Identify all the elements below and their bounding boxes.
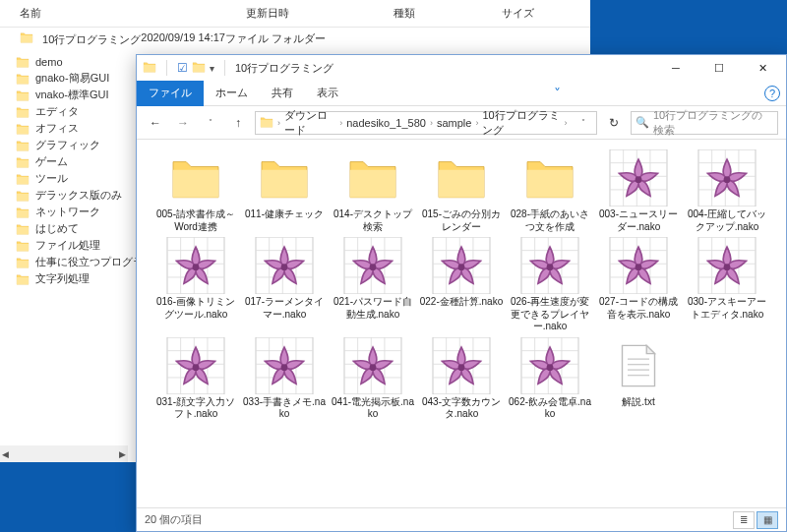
file-item[interactable]: 003-ニュースリーダー.nako bbox=[595, 149, 682, 233]
folder-item[interactable]: 014-デスクトップ検索 bbox=[330, 149, 416, 233]
bc-downloads[interactable]: ダウンロード bbox=[284, 108, 335, 138]
bc-sample[interactable]: sample bbox=[437, 117, 471, 129]
folder-icon bbox=[16, 190, 30, 202]
tree-item-label: グラフィック bbox=[35, 138, 100, 152]
file-item[interactable]: 030-アスキーアートエディタ.nako bbox=[684, 237, 770, 333]
bc-nadesiko[interactable]: nadesiko_1_580 bbox=[346, 117, 426, 129]
scroll-left-icon[interactable]: ◀ bbox=[2, 449, 9, 459]
folder-item[interactable]: 011-健康チェック bbox=[241, 149, 328, 233]
nako-icon bbox=[338, 237, 407, 294]
folder-icon bbox=[16, 56, 30, 68]
text-file-icon bbox=[604, 337, 673, 394]
navigation-bar: ← → ˅ ↑ › ダウンロード › nadesiko_1_580 › samp… bbox=[137, 106, 786, 140]
file-item[interactable]: 041-電光掲示板.nako bbox=[330, 337, 416, 421]
col-name[interactable]: 名前 bbox=[20, 6, 246, 21]
folder-icon bbox=[16, 173, 30, 185]
file-label: 015-ごみの分別カレンダー bbox=[419, 208, 504, 233]
file-item[interactable]: 027-コードの構成音を表示.nako bbox=[595, 237, 682, 333]
ribbon-tabs: ファイル ホーム 共有 表示 ˅ ? bbox=[137, 81, 786, 106]
qat-properties-icon[interactable]: ☑ bbox=[177, 61, 188, 75]
file-label: 062-飲み会電卓.nako bbox=[508, 396, 592, 421]
chevron-right-icon[interactable]: › bbox=[475, 118, 478, 128]
ribbon-expand-icon[interactable]: ˅ bbox=[545, 81, 571, 106]
horizontal-scrollbar[interactable]: ◀ ▶ bbox=[0, 445, 128, 462]
nako-icon bbox=[427, 337, 496, 394]
recent-dropdown-icon[interactable]: ˅ bbox=[200, 112, 221, 134]
column-headers[interactable]: 名前 更新日時 種類 サイズ bbox=[0, 0, 590, 28]
file-item[interactable]: 004-圧縮してバックアップ.nako bbox=[684, 149, 770, 233]
chevron-right-icon[interactable]: › bbox=[339, 118, 342, 128]
tree-item-label: vnako-標準GUI bbox=[35, 88, 109, 102]
breadcrumb-dropdown-icon[interactable]: ˅ bbox=[575, 112, 592, 134]
file-label: 030-アスキーアートエディタ.nako bbox=[685, 296, 769, 321]
col-date[interactable]: 更新日時 bbox=[246, 6, 394, 21]
folder-icon bbox=[16, 73, 30, 85]
minimize-button[interactable]: ─ bbox=[654, 55, 697, 81]
up-button[interactable]: ↑ bbox=[227, 112, 249, 134]
col-type[interactable]: 種類 bbox=[394, 6, 502, 21]
file-item[interactable]: 062-飲み会電卓.nako bbox=[507, 337, 593, 421]
file-item[interactable]: 017-ラーメンタイマー.nako bbox=[241, 237, 328, 333]
window-title: 10行プログラミング bbox=[231, 61, 654, 76]
view-icons-button[interactable]: ▦ bbox=[757, 511, 778, 529]
folder-icon bbox=[427, 149, 496, 207]
tree-item-label: デラックス版のみ bbox=[35, 188, 122, 203]
folder-icon bbox=[161, 149, 230, 207]
file-item[interactable]: 026-再生速度が変更できるプレイヤー.nako bbox=[507, 237, 593, 333]
tree-item-label: オフィス bbox=[35, 121, 79, 136]
qat-folder-icon[interactable] bbox=[192, 59, 206, 77]
folder-icon bbox=[16, 257, 30, 268]
file-label: 005-請求書作成～Word連携 bbox=[153, 208, 238, 233]
folder-item[interactable]: 005-請求書作成～Word連携 bbox=[152, 149, 239, 233]
bc-current[interactable]: 10行プログラミング bbox=[482, 108, 560, 138]
view-details-button[interactable]: ≣ bbox=[733, 511, 755, 529]
titlebar[interactable]: ☑ ▾ 10行プログラミング ─ ☐ ✕ bbox=[137, 55, 786, 81]
item-type: ファイル フォルダー bbox=[225, 31, 326, 47]
file-label: 027-コードの構成音を表示.nako bbox=[596, 296, 681, 321]
folder-icon bbox=[16, 123, 30, 135]
tab-view[interactable]: 表示 bbox=[305, 81, 350, 106]
file-label: 031-顔文字入力ソフト.nako bbox=[153, 396, 238, 421]
breadcrumb[interactable]: › ダウンロード › nadesiko_1_580 › sample › 10行… bbox=[255, 111, 597, 135]
nako-icon bbox=[338, 337, 407, 394]
file-item[interactable]: 022-金種計算.nako bbox=[418, 237, 505, 333]
refresh-button[interactable]: ↻ bbox=[603, 112, 625, 134]
file-item[interactable]: 016-画像トリミングツール.nako bbox=[152, 237, 239, 333]
tab-home[interactable]: ホーム bbox=[204, 81, 260, 106]
help-icon[interactable]: ? bbox=[764, 86, 780, 101]
back-button[interactable]: ← bbox=[145, 112, 166, 134]
file-item[interactable]: 043-文字数カウンタ.nako bbox=[418, 337, 505, 421]
folder-item[interactable]: 028-手紙のあいさつ文を作成 bbox=[507, 149, 593, 233]
breadcrumb-root-icon[interactable] bbox=[260, 116, 273, 130]
tab-share[interactable]: 共有 bbox=[260, 81, 305, 106]
folder-icon bbox=[338, 149, 407, 207]
chevron-right-icon[interactable]: › bbox=[277, 118, 280, 128]
file-label: 003-ニュースリーダー.nako bbox=[596, 208, 681, 233]
tree-item-label: gnako-簡易GUI bbox=[35, 71, 109, 86]
tree-item-label: ネットワーク bbox=[35, 205, 100, 219]
file-item[interactable]: 解説.txt bbox=[595, 337, 682, 421]
file-label: 028-手紙のあいさつ文を作成 bbox=[508, 208, 592, 233]
qat-overflow-icon[interactable]: ▾ bbox=[210, 63, 214, 74]
search-icon: 🔍 bbox=[636, 116, 649, 129]
search-input[interactable]: 🔍 10行プログラミングの検索 bbox=[631, 111, 778, 135]
window-folder-icon bbox=[143, 59, 156, 77]
file-item[interactable]: 033-手書きメモ.nako bbox=[241, 337, 328, 421]
chevron-right-icon[interactable]: › bbox=[565, 118, 568, 128]
chevron-right-icon[interactable]: › bbox=[430, 118, 433, 128]
tab-file[interactable]: ファイル bbox=[137, 81, 204, 106]
item-name[interactable]: 10行プログラミング bbox=[42, 33, 141, 45]
nako-icon bbox=[604, 149, 673, 207]
maximize-button[interactable]: ☐ bbox=[697, 55, 741, 81]
close-button[interactable]: ✕ bbox=[741, 55, 784, 81]
tree-item-label: 文字列処理 bbox=[35, 271, 90, 286]
file-item[interactable]: 021-パスワード自動生成.nako bbox=[330, 237, 416, 333]
file-item[interactable]: 031-顔文字入力ソフト.nako bbox=[152, 337, 239, 421]
file-grid-area[interactable]: 005-請求書作成～Word連携011-健康チェック014-デスクトップ検索01… bbox=[137, 140, 786, 507]
col-size[interactable]: サイズ bbox=[502, 6, 561, 21]
file-label: 041-電光掲示板.nako bbox=[331, 396, 415, 421]
scroll-right-icon[interactable]: ▶ bbox=[119, 449, 126, 459]
nako-icon bbox=[604, 237, 673, 294]
folder-item[interactable]: 015-ごみの分別カレンダー bbox=[418, 149, 505, 233]
forward-button[interactable]: → bbox=[172, 112, 194, 134]
